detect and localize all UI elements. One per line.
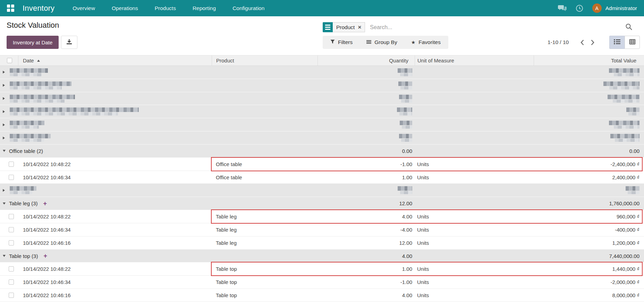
redacted-total bbox=[609, 68, 639, 76]
column-header-quantity[interactable]: Quantity bbox=[317, 55, 415, 66]
cell-product: Table top bbox=[212, 266, 317, 272]
cell-quantity: -1.00 bbox=[317, 161, 415, 167]
redacted-quantity bbox=[400, 121, 412, 129]
menu-reporting[interactable]: Reporting bbox=[193, 5, 216, 11]
row-checkbox[interactable] bbox=[9, 214, 14, 219]
row-checkbox[interactable] bbox=[9, 293, 14, 298]
column-header-date[interactable]: Date bbox=[18, 55, 212, 66]
list-view-button[interactable] bbox=[609, 36, 625, 49]
facet-label: Product bbox=[336, 24, 355, 31]
group-row-collapsed-redacted[interactable] bbox=[0, 92, 644, 105]
column-header-product[interactable]: Product bbox=[212, 55, 317, 66]
cell-product: Office table bbox=[212, 161, 317, 167]
group-by-bars-icon bbox=[366, 39, 371, 45]
group-label: Table top (3) bbox=[9, 253, 38, 259]
column-header-total-value[interactable]: Total Value bbox=[534, 55, 644, 66]
search-input[interactable] bbox=[370, 24, 626, 31]
filter-funnel-icon bbox=[330, 39, 335, 45]
cell-total-value: -2,400,000 ₫ bbox=[534, 161, 644, 167]
list-view-icon bbox=[614, 39, 620, 45]
facet-remove-icon[interactable]: × bbox=[358, 24, 361, 30]
inventory-at-date-button[interactable]: Inventory at Date bbox=[7, 36, 59, 49]
record-row[interactable]: 10/14/2022 10:46:34 Table leg -4.00 Unit… bbox=[0, 223, 644, 236]
select-all-checkbox[interactable] bbox=[7, 58, 12, 63]
cell-date: 10/14/2022 10:46:16 bbox=[18, 292, 212, 298]
record-row[interactable]: 10/14/2022 10:46:16 Table leg 12.00 Unit… bbox=[0, 236, 644, 250]
add-record-icon[interactable]: + bbox=[43, 200, 47, 207]
filters-button[interactable]: Filters bbox=[330, 39, 353, 45]
group-row[interactable]: Table leg (3) + 12.00 1,760,000.00 bbox=[0, 197, 644, 210]
cell-total-value: 2,400,000 ₫ bbox=[534, 174, 644, 180]
menu-configuration[interactable]: Configuration bbox=[232, 5, 264, 11]
pager-next-icon[interactable] bbox=[587, 38, 598, 47]
cell-uom: Units bbox=[415, 292, 534, 298]
cell-date: 10/14/2022 10:46:16 bbox=[18, 240, 212, 246]
redacted-total bbox=[610, 134, 639, 142]
apps-menu-icon[interactable] bbox=[7, 5, 14, 12]
group-row-collapsed-redacted[interactable] bbox=[0, 118, 644, 131]
cell-date: 10/14/2022 10:46:34 bbox=[18, 227, 212, 233]
add-record-icon[interactable]: + bbox=[43, 253, 47, 259]
export-button[interactable] bbox=[61, 36, 77, 49]
cell-total-value: 1,440,000 ₫ bbox=[534, 266, 644, 272]
cell-quantity: 1.00 bbox=[317, 266, 415, 272]
caret-right-icon bbox=[3, 97, 5, 100]
favorites-button[interactable]: ★ Favorites bbox=[411, 39, 441, 45]
record-row[interactable]: 10/14/2022 10:46:34 Office table 1.00 Un… bbox=[0, 171, 644, 184]
group-row-collapsed-redacted[interactable] bbox=[0, 79, 644, 92]
record-row[interactable]: 10/14/2022 10:46:34 Table top -1.00 Unit… bbox=[0, 276, 644, 289]
record-row[interactable]: 10/14/2022 10:48:22 Table leg 4.00 Units… bbox=[0, 210, 644, 223]
search-facet-product: Product × bbox=[323, 22, 365, 32]
row-checkbox[interactable] bbox=[9, 266, 14, 271]
redacted-group-name bbox=[10, 107, 139, 115]
cell-product: Office table bbox=[212, 174, 317, 180]
group-row[interactable]: Office table (2) 0.00 0.00 bbox=[0, 145, 644, 158]
caret-right-icon bbox=[3, 110, 5, 113]
cell-total-value: 960,000 ₫ bbox=[534, 214, 644, 219]
group-by-button[interactable]: Group By bbox=[366, 39, 397, 45]
cell-product: Table leg bbox=[212, 240, 317, 246]
pivot-view-button[interactable] bbox=[625, 36, 640, 49]
cell-product: Table leg bbox=[212, 227, 317, 233]
redacted-quantity bbox=[398, 81, 412, 89]
filter-bar: Filters Group By ★ Favorites bbox=[323, 36, 448, 49]
group-by-facet-icon bbox=[323, 22, 333, 32]
row-checkbox[interactable] bbox=[9, 240, 14, 245]
record-row[interactable]: 10/14/2022 10:48:22 Table top 1.00 Units… bbox=[0, 262, 644, 276]
pager-previous-icon[interactable] bbox=[577, 38, 587, 47]
row-checkbox[interactable] bbox=[9, 227, 14, 232]
menu-overview[interactable]: Overview bbox=[73, 5, 95, 11]
user-menu[interactable]: A Administrator bbox=[592, 3, 637, 13]
star-icon: ★ bbox=[411, 40, 416, 45]
caret-right-icon bbox=[3, 71, 5, 74]
row-checkbox[interactable] bbox=[9, 162, 14, 167]
record-row[interactable]: 10/14/2022 10:48:22 Office table -1.00 U… bbox=[0, 158, 644, 171]
record-row[interactable]: 10/14/2022 10:46:16 Table top 4.00 Units… bbox=[0, 289, 644, 302]
menu-operations[interactable]: Operations bbox=[112, 5, 138, 11]
group-row-collapsed-redacted[interactable] bbox=[0, 184, 644, 197]
cell-product: Table top bbox=[212, 292, 317, 298]
group-label: Office table (2) bbox=[9, 148, 43, 154]
menu-products[interactable]: Products bbox=[155, 5, 176, 11]
search-icon[interactable] bbox=[626, 24, 632, 31]
row-checkbox[interactable] bbox=[9, 175, 14, 180]
messages-icon[interactable] bbox=[558, 5, 567, 12]
page-title: Stock Valuation bbox=[7, 21, 59, 30]
redacted-quantity bbox=[399, 134, 412, 142]
row-checkbox[interactable] bbox=[9, 279, 14, 285]
group-row-collapsed-redacted[interactable] bbox=[0, 66, 644, 79]
header-select-cell bbox=[0, 55, 18, 66]
redacted-total bbox=[626, 186, 639, 194]
cell-uom: Units bbox=[415, 279, 534, 285]
group-row-collapsed-redacted[interactable] bbox=[0, 105, 644, 118]
group-row[interactable]: Table top (3) + 4.00 7,440,000.00 bbox=[0, 250, 644, 263]
redacted-quantity bbox=[397, 107, 412, 115]
group-row-collapsed-redacted[interactable] bbox=[0, 131, 644, 145]
redacted-total bbox=[603, 81, 639, 89]
group-quantity: 12.00 bbox=[317, 200, 415, 206]
cell-quantity: 4.00 bbox=[317, 292, 415, 298]
column-header-uom[interactable]: Unit of Measure bbox=[415, 55, 534, 66]
activities-clock-icon[interactable] bbox=[576, 5, 583, 12]
redacted-group-name bbox=[10, 134, 51, 142]
caret-right-icon bbox=[3, 123, 5, 126]
